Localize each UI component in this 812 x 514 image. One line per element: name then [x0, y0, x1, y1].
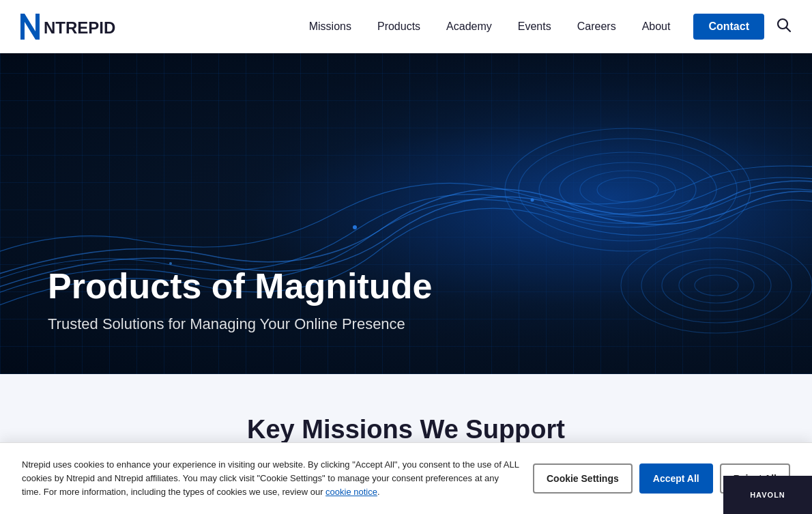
hero-subtitle: Trusted Solutions for Managing Your Onli… [48, 315, 432, 333]
logo[interactable]: NTREPID [20, 11, 143, 42]
hero-title: Products of Magnitude [48, 267, 432, 306]
contact-button[interactable]: Contact [693, 14, 764, 40]
accept-all-button[interactable]: Accept All [639, 463, 713, 494]
cookie-settings-button[interactable]: Cookie Settings [533, 463, 633, 494]
nav-missions[interactable]: Missions [300, 15, 361, 38]
svg-line-4 [787, 27, 791, 31]
key-missions-title: Key Missions We Support [48, 415, 764, 444]
watermark-label: Havoln [750, 491, 785, 499]
svg-point-19 [169, 262, 172, 265]
site-header: NTREPID Missions Products Academy Events… [0, 0, 812, 53]
nav-products[interactable]: Products [368, 15, 430, 38]
hero-content: Products of Magnitude Trusted Solutions … [48, 267, 432, 333]
search-icon[interactable] [777, 18, 792, 36]
nav-careers[interactable]: Careers [568, 15, 626, 38]
svg-point-18 [531, 199, 534, 202]
nav-academy[interactable]: Academy [437, 15, 502, 38]
hero-section: Products of Magnitude Trusted Solutions … [0, 53, 812, 374]
nav-about[interactable]: About [633, 15, 680, 38]
main-nav: Missions Products Academy Events Careers… [300, 14, 792, 40]
cookie-notice-link[interactable]: cookie notice [325, 487, 377, 497]
cookie-text: Ntrepid uses cookies to enhance your exp… [22, 458, 519, 499]
svg-text:NTREPID: NTREPID [44, 18, 115, 37]
cookie-banner: Ntrepid uses cookies to enhance your exp… [0, 442, 812, 514]
svg-point-17 [353, 225, 357, 229]
watermark-badge: Havoln [723, 476, 812, 514]
nav-events[interactable]: Events [508, 15, 561, 38]
